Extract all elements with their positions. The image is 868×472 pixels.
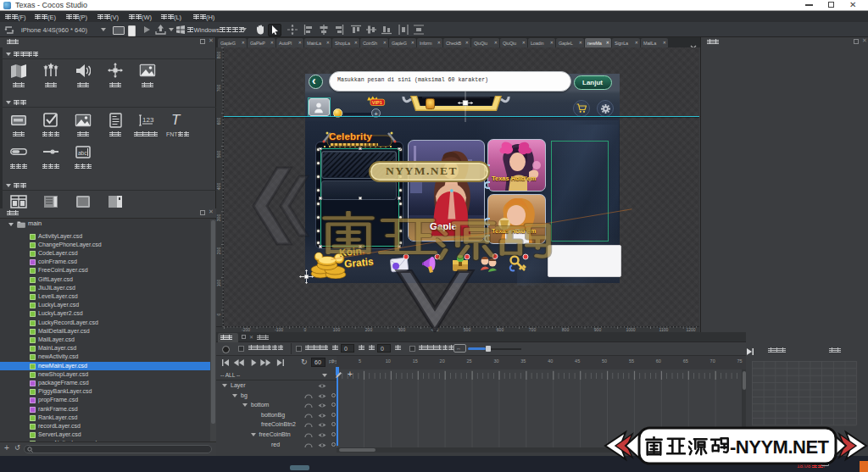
svg-text:VIP1: VIP1 bbox=[372, 100, 382, 105]
svg-text:abc: abc bbox=[78, 150, 87, 156]
svg-text:T: T bbox=[171, 113, 181, 128]
svg-text:123: 123 bbox=[142, 116, 154, 124]
